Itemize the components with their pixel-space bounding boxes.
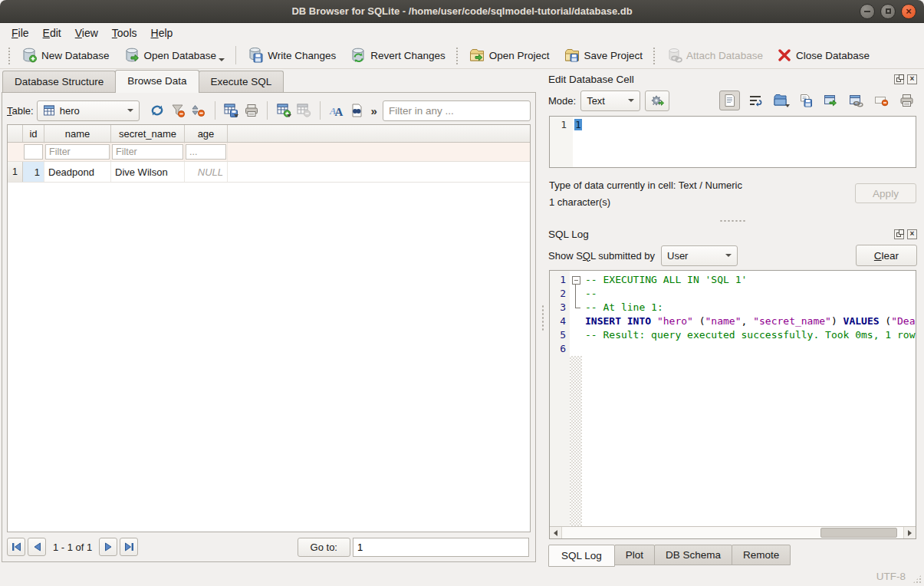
toolbar-drag-handle[interactable] bbox=[455, 46, 459, 64]
tab-execute-sql[interactable]: Execute SQL bbox=[199, 71, 284, 92]
save-project-icon bbox=[564, 47, 580, 64]
previous-record-button[interactable] bbox=[28, 538, 46, 556]
write-changes-button[interactable]: Write Changes bbox=[240, 44, 343, 67]
column-header-secret-name[interactable]: secret_name bbox=[111, 125, 185, 142]
fold-margin-filler bbox=[570, 356, 582, 526]
edit-cell-float-button[interactable] bbox=[894, 74, 904, 84]
resize-grip-icon[interactable] bbox=[912, 574, 922, 584]
clear-sorting-button[interactable] bbox=[190, 100, 208, 120]
tab-plot[interactable]: Plot bbox=[614, 545, 655, 565]
save-results-dropdown-icon[interactable] bbox=[234, 114, 238, 117]
close-database-icon bbox=[777, 48, 792, 63]
new-database-button[interactable]: New Database bbox=[14, 44, 117, 67]
goto-input[interactable] bbox=[353, 538, 529, 557]
find-button[interactable] bbox=[348, 100, 366, 120]
clear-filters-button[interactable] bbox=[169, 100, 187, 120]
tab-browse-data[interactable]: Browse Data bbox=[115, 70, 199, 93]
open-in-external-button[interactable] bbox=[820, 91, 841, 110]
sql-log-view[interactable]: 123456 -- EXECUTING ALL IN 'SQL 1'---- A… bbox=[549, 270, 916, 539]
toolbar-drag-handle[interactable] bbox=[7, 46, 12, 64]
revert-changes-button[interactable]: Revert Changes bbox=[343, 44, 452, 67]
cell-type-text: Type of data currently in cell: Text / N… bbox=[549, 179, 742, 191]
scroll-left-icon[interactable] bbox=[550, 527, 562, 538]
toolbar-drag-handle[interactable] bbox=[652, 46, 656, 64]
clear-log-button[interactable]: Clear bbox=[856, 245, 917, 266]
menu-view[interactable]: View bbox=[68, 25, 105, 41]
column-header-id[interactable]: id bbox=[23, 125, 44, 142]
scroll-right-icon[interactable] bbox=[903, 527, 916, 538]
encoding-indicator[interactable]: UTF-8 bbox=[876, 571, 906, 582]
next-record-button[interactable] bbox=[99, 538, 117, 556]
tab-db-schema[interactable]: DB Schema bbox=[654, 545, 732, 565]
text-mode-button[interactable] bbox=[719, 91, 740, 110]
sql-source-select[interactable]: User bbox=[661, 245, 738, 266]
cell-name[interactable]: Deadpond bbox=[44, 162, 111, 182]
tab-database-structure[interactable]: Database Structure bbox=[2, 71, 116, 92]
import-from-file-button[interactable] bbox=[770, 91, 791, 110]
cell-id[interactable]: 1 bbox=[23, 162, 44, 182]
tab-remote[interactable]: Remote bbox=[732, 545, 791, 565]
auto-switch-mode-button[interactable] bbox=[645, 91, 669, 111]
menu-help[interactable]: Help bbox=[144, 25, 180, 41]
refresh-button[interactable] bbox=[149, 100, 166, 120]
table-row[interactable]: 1 1 Deadpond Dive Wilson NULL bbox=[8, 162, 530, 183]
first-record-button[interactable] bbox=[7, 538, 25, 556]
export-to-file-button[interactable] bbox=[795, 91, 816, 110]
word-wrap-icon bbox=[748, 94, 762, 107]
format-button[interactable]: AA bbox=[327, 100, 345, 120]
edit-cell-close-button[interactable]: × bbox=[907, 74, 917, 84]
scrollbar-thumb[interactable] bbox=[820, 528, 897, 538]
filter-input-secret-name[interactable] bbox=[112, 144, 183, 160]
grid-corner[interactable] bbox=[8, 125, 23, 142]
column-header-age[interactable]: age bbox=[185, 125, 228, 142]
tab-sql-log[interactable]: SQL Log bbox=[548, 545, 615, 567]
row-number[interactable]: 1 bbox=[8, 162, 23, 182]
record-count: 1 - 1 of 1 bbox=[48, 542, 97, 553]
cell-secret-name[interactable]: Dive Wilson bbox=[111, 162, 185, 182]
fold-marker-icon[interactable] bbox=[570, 273, 582, 287]
last-record-button[interactable] bbox=[120, 538, 138, 556]
toolbar-extension-icon[interactable] bbox=[369, 104, 380, 117]
menu-file[interactable]: File bbox=[5, 25, 36, 41]
insert-record-dropdown-icon[interactable] bbox=[287, 114, 291, 117]
attach-database-button[interactable]: Attach Database bbox=[659, 44, 770, 67]
sql-log-float-button[interactable] bbox=[894, 229, 904, 239]
filter-input-age[interactable] bbox=[186, 144, 226, 160]
close-button[interactable]: × bbox=[901, 4, 916, 19]
sql-log-horizontal-scrollbar[interactable] bbox=[550, 526, 916, 538]
open-database-button[interactable]: Open Database bbox=[117, 44, 232, 67]
word-wrap-button[interactable] bbox=[745, 91, 765, 110]
column-header-name[interactable]: name bbox=[44, 125, 111, 142]
open-project-button[interactable]: Open Project bbox=[462, 44, 557, 67]
menu-edit[interactable]: Edit bbox=[36, 25, 68, 41]
print-cell-button[interactable] bbox=[896, 91, 917, 110]
mode-select[interactable]: Text bbox=[580, 91, 640, 111]
save-results-button[interactable] bbox=[222, 100, 239, 120]
menu-tools[interactable]: Tools bbox=[105, 25, 144, 41]
print-button[interactable] bbox=[242, 100, 260, 120]
copy-link-button[interactable] bbox=[846, 91, 866, 110]
maximize-button[interactable] bbox=[880, 4, 896, 19]
dock-splitter[interactable] bbox=[548, 216, 917, 226]
cell-editor[interactable]: 1 1 bbox=[549, 116, 916, 168]
cell-editor-value[interactable]: 1 bbox=[574, 119, 582, 130]
save-project-button[interactable]: Save Project bbox=[557, 44, 650, 67]
filter-input-name[interactable] bbox=[45, 144, 110, 160]
cell-age[interactable]: NULL bbox=[185, 162, 228, 182]
insert-record-button[interactable] bbox=[275, 100, 292, 120]
close-database-button[interactable]: Close Database bbox=[770, 44, 876, 66]
goto-button[interactable]: Go to: bbox=[298, 538, 350, 557]
minimize-button[interactable] bbox=[860, 4, 875, 19]
import-dropdown-icon[interactable] bbox=[785, 104, 790, 107]
apply-button[interactable]: Apply bbox=[855, 183, 916, 203]
filter-input-id[interactable] bbox=[24, 144, 43, 160]
titlebar[interactable]: DB Browser for SQLite - /home/user/code/… bbox=[0, 0, 924, 23]
filter-any-column-input[interactable] bbox=[383, 100, 531, 121]
sql-log-fold-margin[interactable] bbox=[570, 271, 582, 526]
table-select[interactable]: hero bbox=[37, 100, 140, 121]
set-null-button[interactable] bbox=[871, 91, 892, 110]
open-database-dropdown-icon[interactable] bbox=[219, 58, 225, 61]
sql-log-close-button[interactable]: × bbox=[907, 229, 917, 239]
delete-record-button[interactable] bbox=[295, 100, 313, 120]
grid-header-row: id name secret_name age bbox=[8, 125, 530, 143]
